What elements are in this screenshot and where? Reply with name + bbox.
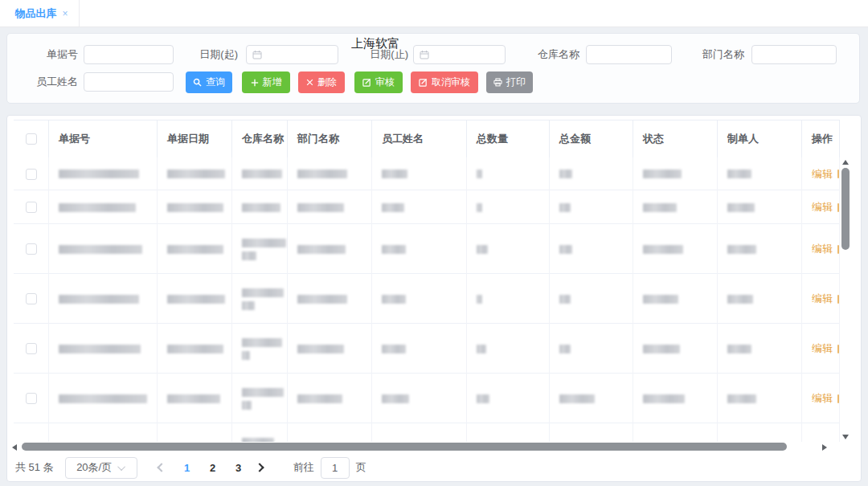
edit-link[interactable]: 编辑 <box>812 242 833 256</box>
vertical-scrollbar[interactable] <box>840 158 851 441</box>
date-to-input[interactable] <box>413 45 506 64</box>
redacted-cell <box>158 374 232 423</box>
pagination-total: 共 51 条 <box>15 460 54 475</box>
edit-link[interactable]: 编辑 <box>812 341 833 356</box>
redacted-cell <box>158 190 232 224</box>
redacted-text <box>559 169 572 178</box>
vertical-scrollbar-thumb[interactable] <box>841 168 850 250</box>
clipped-action-link[interactable] <box>837 295 839 304</box>
doc-no-input[interactable] <box>84 45 174 64</box>
search-button[interactable]: 查询 <box>186 71 232 93</box>
row-checkbox[interactable] <box>26 393 37 404</box>
close-icon[interactable]: × <box>62 9 68 18</box>
audit-button-label: 审核 <box>375 76 395 89</box>
redacted-text <box>643 245 683 254</box>
tab-item-outbound[interactable]: 物品出库 × <box>4 0 80 27</box>
page-number-list: 123 <box>174 462 252 474</box>
cancel-audit-button[interactable]: 取消审核 <box>411 71 478 93</box>
column-header-6: 总数量 <box>467 120 550 158</box>
edit-link[interactable]: 编辑 <box>812 292 833 306</box>
prev-page-button[interactable] <box>157 463 166 472</box>
clipped-action-link[interactable] <box>837 394 839 403</box>
redacted-cell <box>372 157 467 190</box>
redacted-cell <box>718 324 802 374</box>
horizontal-scrollbar[interactable] <box>10 442 851 452</box>
horizontal-scrollbar-thumb[interactable] <box>22 443 787 451</box>
next-page-button[interactable] <box>255 463 264 472</box>
row-select-cell <box>14 190 49 224</box>
table-row: 编辑 <box>14 190 840 224</box>
redacted-text <box>297 345 344 353</box>
scroll-up-arrow-icon[interactable] <box>842 160 849 165</box>
redacted-text <box>382 295 406 304</box>
redacted-cell <box>718 274 802 324</box>
scroll-down-arrow-icon[interactable] <box>842 435 849 439</box>
row-checkbox[interactable] <box>26 202 37 213</box>
row-actions-cell: 编辑 <box>802 324 840 374</box>
redacted-text <box>242 251 256 260</box>
edit-link[interactable]: 编辑 <box>812 167 833 182</box>
page-number-3[interactable]: 3 <box>226 462 252 474</box>
employee-input[interactable] <box>84 72 174 92</box>
redacted-cell <box>718 423 802 442</box>
row-checkbox[interactable] <box>26 343 37 354</box>
clipped-action-link[interactable] <box>837 203 839 212</box>
department-input[interactable] <box>751 45 837 64</box>
print-button[interactable]: 打印 <box>486 71 533 93</box>
scroll-left-arrow-icon[interactable] <box>12 444 17 451</box>
audit-button[interactable]: 审核 <box>354 71 403 93</box>
edit-link[interactable]: 编辑 <box>812 391 833 406</box>
redacted-text <box>297 203 344 212</box>
date-to-label: 日期(止) <box>366 45 408 64</box>
redacted-cell <box>633 190 718 224</box>
row-actions-cell: 编辑 <box>802 374 840 423</box>
redacted-text <box>559 295 571 304</box>
date-from-input[interactable] <box>246 45 338 64</box>
redacted-text <box>477 295 482 304</box>
page-number-1[interactable]: 1 <box>174 462 200 474</box>
redacted-text <box>59 245 142 254</box>
redacted-cell <box>232 157 288 190</box>
row-select-cell <box>14 224 49 274</box>
warehouse-input[interactable] <box>586 45 672 64</box>
clipped-action-link[interactable] <box>837 245 839 254</box>
clipped-action-link[interactable] <box>837 345 839 353</box>
redacted-cell <box>49 423 158 442</box>
select-all-checkbox[interactable] <box>26 133 37 145</box>
redacted-text <box>643 203 677 212</box>
redacted-cell <box>372 224 467 274</box>
redacted-cell <box>372 190 467 224</box>
redacted-cell <box>467 274 550 324</box>
redacted-text <box>242 338 282 347</box>
redacted-cell <box>49 374 158 423</box>
redacted-text <box>643 345 680 353</box>
clipped-action-link[interactable] <box>837 169 839 178</box>
page-size-select[interactable]: 20条/页 <box>65 457 137 479</box>
page-number-2[interactable]: 2 <box>200 462 226 474</box>
redacted-text <box>297 295 347 304</box>
redacted-cell <box>288 274 372 324</box>
scroll-right-arrow-icon[interactable] <box>822 444 827 451</box>
row-checkbox[interactable] <box>26 169 37 180</box>
redacted-text <box>59 169 139 178</box>
redacted-cell <box>372 374 467 423</box>
redacted-cell <box>467 157 550 190</box>
row-checkbox[interactable] <box>26 243 37 255</box>
edit-link[interactable]: 编辑 <box>812 200 833 214</box>
redacted-text <box>382 245 406 254</box>
row-actions-cell <box>802 423 840 442</box>
app-root: 物品出库 × 上海软富 单据号 日期(起) 日期(止) 仓库名称 部门名称 员工… <box>0 0 868 486</box>
row-checkbox[interactable] <box>26 293 37 304</box>
goto-unit-label: 页 <box>356 460 366 475</box>
employee-label: 员工姓名 <box>23 72 78 92</box>
column-header-3: 仓库名称 <box>232 120 288 158</box>
add-button[interactable]: 新增 <box>242 71 290 93</box>
goto-page-input[interactable] <box>321 457 350 479</box>
row-actions-cell: 编辑 <box>802 190 840 224</box>
redacted-cell <box>232 190 288 224</box>
redacted-text <box>242 203 280 212</box>
delete-button[interactable]: 删除 <box>298 71 345 93</box>
redacted-cell <box>718 157 802 190</box>
redacted-cell <box>718 374 802 423</box>
magnifier-icon <box>193 78 202 87</box>
